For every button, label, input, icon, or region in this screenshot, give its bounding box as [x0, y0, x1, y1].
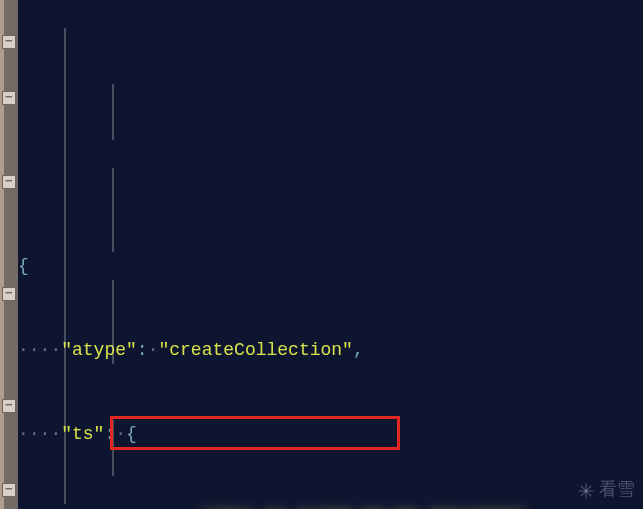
watermark-text: 看雪 [599, 475, 635, 503]
fold-toggle[interactable]: − [2, 91, 16, 105]
fold-stripe [0, 0, 4, 509]
fold-toggle[interactable]: − [2, 483, 16, 497]
gutter: −−−−−− [0, 0, 18, 509]
brace-open: { [18, 256, 29, 276]
watermark: 看雪 [577, 475, 635, 503]
key-atype: "atype" [61, 340, 137, 360]
fold-toggle[interactable]: − [2, 399, 16, 413]
fold-toggle[interactable]: − [2, 175, 16, 189]
snowflake-icon [577, 480, 595, 498]
fold-toggle[interactable]: − [2, 287, 16, 301]
key-ts: "ts" [61, 424, 104, 444]
val-atype: "createCollection" [158, 340, 352, 360]
code-area: { ····"atype":·"createCollection", ····"… [18, 28, 526, 509]
fold-toggle[interactable]: − [2, 35, 16, 49]
